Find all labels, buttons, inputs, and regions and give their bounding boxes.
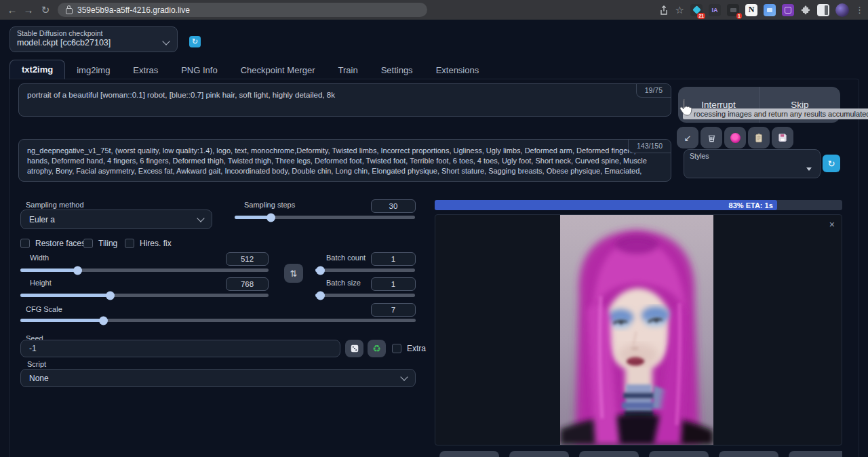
tab-extensions[interactable]: Extensions	[425, 61, 491, 79]
width-input[interactable]: 512	[226, 252, 269, 266]
swap-width-height-button[interactable]: ⇅	[284, 264, 303, 283]
wallpaper-extension-glyph	[767, 8, 772, 12]
extensions-puzzle-icon[interactable]	[800, 5, 811, 16]
generated-image-preview[interactable]	[560, 215, 713, 445]
screenshot-extension-glyph	[730, 8, 736, 12]
seed-input[interactable]: -1	[20, 340, 340, 357]
gallery-action-buttons	[435, 451, 842, 457]
tab-img2img[interactable]: img2img	[65, 61, 121, 79]
height-input[interactable]: 768	[226, 277, 269, 291]
tab-settings[interactable]: Settings	[370, 61, 425, 79]
height-slider[interactable]	[20, 294, 269, 297]
sampling-method-label: Sampling method	[26, 201, 84, 209]
slider-handle[interactable]	[99, 316, 108, 325]
notion-extension-icon[interactable]: N	[745, 4, 757, 16]
purple-extension-glyph	[785, 7, 791, 14]
gallery-action-button[interactable]	[649, 451, 709, 457]
sampling-steps-input[interactable]: 30	[371, 199, 416, 213]
generation-progress-bar: 83% ETA: 1s	[435, 200, 842, 210]
pin-extension-badge: 21	[697, 13, 705, 19]
batch-size-slider[interactable]	[315, 294, 415, 297]
sidebar-extension-icon[interactable]	[817, 4, 829, 16]
apply-style-button[interactable]	[748, 127, 770, 148]
hires-fix-checkbox-row[interactable]: Hires. fix	[125, 239, 172, 248]
mouse-cursor-hand	[675, 96, 696, 121]
slider-handle[interactable]	[316, 291, 325, 300]
arrow-down-left-icon: ↙	[684, 133, 692, 143]
tab-png-info[interactable]: PNG Info	[170, 61, 229, 79]
restore-faces-checkbox-row[interactable]: Restore faces	[20, 239, 85, 248]
sampling-steps-slider[interactable]	[235, 216, 415, 219]
tab-checkpoint-merger[interactable]: Checkpoint Merger	[229, 61, 327, 79]
tab-extras[interactable]: Extras	[121, 61, 170, 79]
tiling-checkbox-row[interactable]: Tiling	[83, 239, 117, 248]
clear-prompt-button[interactable]	[701, 127, 722, 148]
main-tabs: txt2img img2img Extras PNG Info Checkpoi…	[9, 60, 490, 79]
hires-fix-checkbox[interactable]	[125, 239, 134, 248]
slider-handle[interactable]	[267, 213, 275, 222]
sampling-method-dropdown[interactable]: Euler a	[20, 210, 212, 229]
gallery-action-button[interactable]	[509, 451, 569, 457]
chevron-down-icon	[197, 214, 204, 222]
pin-extension-icon[interactable]: 21	[690, 4, 703, 16]
forward-icon[interactable]: →	[22, 3, 35, 17]
progress-text: 83% ETA: 1s	[729, 201, 777, 210]
cfg-scale-input[interactable]: 7	[371, 303, 416, 317]
restore-faces-label: Restore faces	[35, 239, 85, 248]
script-value: None	[29, 374, 49, 383]
styles-dropdown[interactable]: Styles	[684, 149, 821, 178]
trash-icon	[707, 133, 717, 143]
slider-handle[interactable]	[316, 266, 325, 275]
gallery-action-button[interactable]	[439, 451, 499, 457]
cfg-scale-slider[interactable]	[20, 319, 416, 322]
gallery-action-button[interactable]	[789, 451, 842, 457]
prompt-textarea[interactable]: portrait of a beautiful [woman::0.1] rob…	[18, 83, 671, 117]
url-text: 359e5b9a-a5ff-4216.gradio.live	[77, 5, 190, 15]
extra-networks-button[interactable]	[724, 127, 746, 148]
address-bar[interactable]: 359e5b9a-a5ff-4216.gradio.live	[58, 3, 427, 17]
seed-extra-checkbox[interactable]	[392, 344, 401, 353]
slider-handle[interactable]	[73, 266, 82, 275]
ia-extension-icon[interactable]: IA	[709, 4, 721, 16]
batch-count-input[interactable]: 1	[371, 252, 416, 266]
browser-menu-kebab-icon[interactable]: ⋮	[855, 3, 864, 17]
wallpaper-extension-icon[interactable]	[764, 4, 776, 16]
tab-txt2img[interactable]: txt2img	[9, 60, 65, 79]
restore-faces-checkbox[interactable]	[20, 239, 30, 248]
gallery-action-button[interactable]	[719, 451, 778, 457]
bookmark-star-icon[interactable]: ☆	[675, 3, 684, 17]
prompt-token-counter: 19/75	[636, 84, 671, 98]
profile-avatar[interactable]	[835, 3, 849, 17]
back-icon[interactable]: ←	[5, 3, 19, 17]
share-icon[interactable]	[658, 5, 669, 16]
batch-size-input[interactable]: 1	[371, 277, 416, 291]
gallery-action-button[interactable]	[579, 451, 639, 457]
slider-handle[interactable]	[106, 291, 115, 300]
random-seed-button[interactable]	[345, 340, 363, 357]
tiling-checkbox[interactable]	[83, 239, 93, 248]
sampling-method-value: Euler a	[29, 215, 55, 224]
browser-toolbar-icons: ☆ 21 IA 1 N ⋮	[658, 2, 864, 18]
width-slider[interactable]	[20, 269, 269, 272]
batch-count-slider[interactable]	[315, 269, 415, 272]
tab-train[interactable]: Train	[327, 61, 370, 79]
negative-prompt-token-counter: 143/150	[628, 140, 671, 153]
screenshot-extension-icon[interactable]: 1	[727, 4, 739, 16]
width-label: Width	[30, 254, 49, 262]
sidebar-extension-glyph	[825, 5, 828, 15]
script-dropdown[interactable]: None	[20, 369, 416, 387]
negative-prompt-textarea[interactable]: ng_deepnegative_v1_75t, (worst quality, …	[18, 139, 671, 182]
save-style-button[interactable]	[772, 127, 793, 148]
reload-icon[interactable]: ↻	[39, 3, 52, 17]
close-preview-icon[interactable]: ×	[829, 220, 835, 229]
paste-generation-params-button[interactable]: ↙	[677, 127, 698, 148]
seed-extra-checkbox-row[interactable]: Extra	[392, 344, 426, 353]
interrupt-tooltip: rocessing images and return any results …	[683, 108, 868, 119]
lock-icon	[66, 8, 73, 14]
reuse-seed-button[interactable]: ♻	[368, 340, 386, 357]
checkpoint-dropdown[interactable]: Stable Diffusion checkpoint model.ckpt […	[9, 26, 178, 52]
purple-extension-icon[interactable]	[782, 4, 794, 16]
checkpoint-refresh-button[interactable]: ↻	[189, 36, 201, 47]
styles-refresh-button[interactable]: ↻	[823, 155, 840, 172]
prompt-text: portrait of a beautiful [woman::0.1] rob…	[27, 91, 335, 99]
